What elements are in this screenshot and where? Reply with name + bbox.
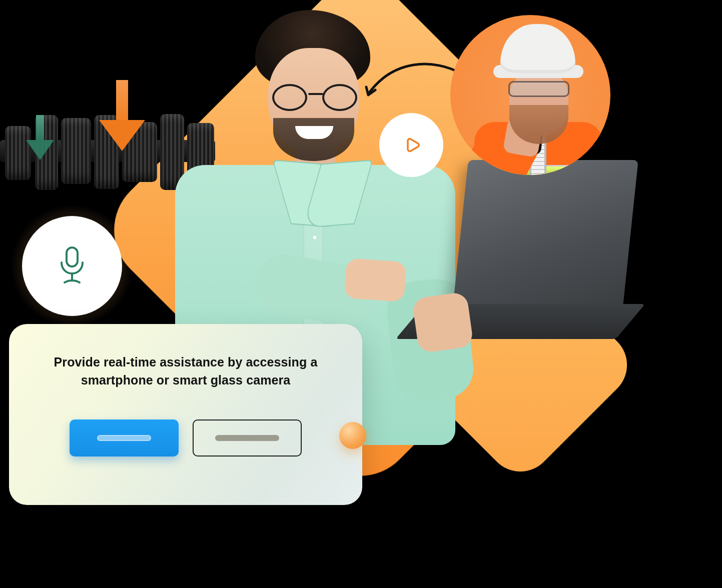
hero-composition: Provide real-time assistance by accessin… <box>0 0 722 588</box>
svg-rect-0 <box>67 248 78 266</box>
secondary-button[interactable] <box>193 420 302 456</box>
field-worker-image <box>450 15 610 175</box>
primary-button-label-placeholder <box>97 435 151 441</box>
microphone-icon <box>55 246 90 286</box>
accent-dot <box>339 422 366 449</box>
info-card: Provide real-time assistance by accessin… <box>9 324 362 505</box>
info-card-text: Provide real-time assistance by accessin… <box>35 353 336 390</box>
info-card-button-row <box>35 420 336 456</box>
play-icon <box>400 132 423 158</box>
play-bubble <box>379 113 443 177</box>
microphone-bubble <box>22 216 122 316</box>
secondary-button-label-placeholder <box>215 435 279 441</box>
primary-button[interactable] <box>70 420 179 456</box>
arrow-down-green-icon <box>26 115 54 165</box>
